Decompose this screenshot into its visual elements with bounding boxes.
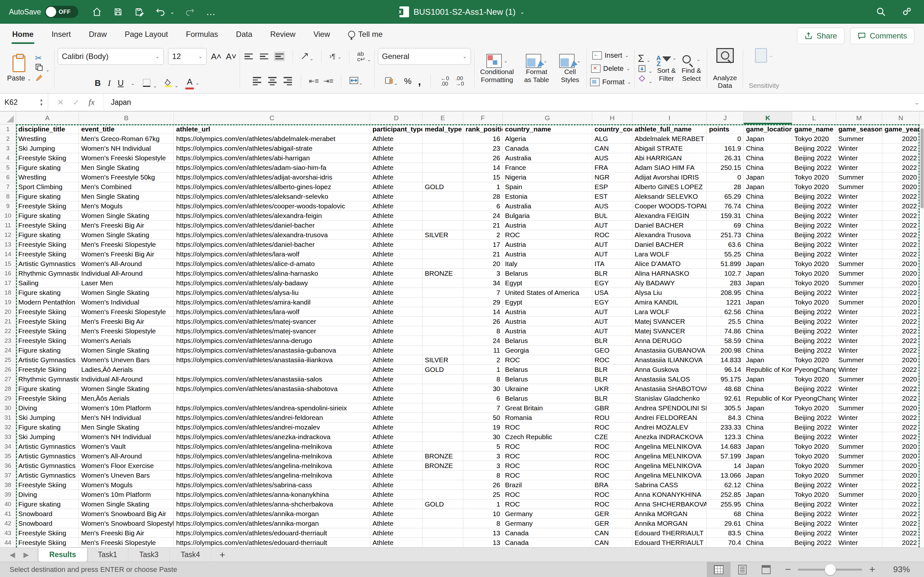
more-commands-icon[interactable]: … — [205, 6, 217, 18]
row-header-6[interactable]: 6 — [0, 172, 16, 182]
cell-L8[interactable]: Beijing 2022 — [792, 192, 836, 201]
cell-M31[interactable]: Winter — [836, 413, 882, 422]
cell-N19[interactable]: 2020 — [882, 298, 919, 307]
column-header-J[interactable]: J — [707, 111, 744, 124]
cell-L9[interactable]: Beijing 2022 — [792, 201, 836, 211]
cell-M16[interactable]: Summer — [836, 269, 882, 278]
row-header-19[interactable]: 19 — [0, 298, 16, 307]
cell-E43[interactable] — [423, 528, 463, 538]
cell-C31[interactable]: https://olympics.com/en/athletes/andrei-… — [174, 413, 370, 422]
cell-K23[interactable]: China — [744, 336, 792, 346]
cell-G35[interactable]: ROC — [503, 451, 592, 461]
row-header-4[interactable]: 4 — [0, 153, 16, 163]
undo-icon[interactable] — [155, 6, 166, 18]
cell-F37[interactable]: 8 — [463, 471, 503, 480]
cell-E34[interactable] — [423, 442, 463, 451]
cell-J31[interactable]: 84.3 — [707, 413, 744, 422]
cell-E41[interactable] — [423, 509, 463, 519]
cell-N33[interactable]: 2022 — [882, 432, 919, 442]
cell-I24[interactable]: Anastasiia GUBANOVA — [632, 346, 707, 355]
cell-N22[interactable]: 2022 — [882, 326, 919, 336]
cell-J34[interactable]: 14.683 — [707, 442, 744, 451]
cell-N28[interactable]: 2022 — [882, 384, 919, 394]
cell-H41[interactable]: GER — [592, 509, 632, 519]
cell-K4[interactable]: China — [744, 153, 792, 163]
cell-C1[interactable]: athlete_url — [174, 124, 370, 134]
cell-D2[interactable]: Athlete — [370, 134, 423, 143]
cell-N4[interactable]: 2022 — [882, 153, 919, 163]
cell-N26[interactable]: 2022 — [882, 365, 919, 374]
cell-J26[interactable]: 96.14 — [707, 365, 744, 374]
tab-insert[interactable]: Insert — [51, 27, 71, 42]
cell-I40[interactable]: Anna SHCHERBAKOVA — [632, 500, 707, 509]
cell-N14[interactable]: 2022 — [882, 250, 919, 259]
cell-D29[interactable]: Athlete — [370, 394, 423, 403]
percent-style-button[interactable]: % — [404, 76, 412, 86]
cell-H39[interactable]: ROC — [592, 490, 632, 500]
cell-I20[interactable]: Lara WOLF — [632, 307, 707, 317]
cell-N18[interactable]: 2022 — [882, 288, 919, 298]
cell-A40[interactable]: Figure skating — [16, 500, 79, 509]
cell-C33[interactable]: https://olympics.com/en/athletes/anezka-… — [174, 432, 370, 442]
cell-K31[interactable]: China — [744, 413, 792, 422]
cell-C15[interactable]: https://olympics.com/en/athletes/alice-d… — [174, 259, 370, 269]
cell-M18[interactable]: Winter — [836, 288, 882, 298]
cell-I8[interactable]: Aleksandr SELEVKO — [632, 192, 707, 201]
cell-K38[interactable]: China — [744, 480, 792, 490]
cell-B21[interactable]: Men's Freeski Big Air — [79, 317, 174, 326]
cell-I36[interactable]: Angelina MELNIKOVA — [632, 461, 707, 471]
cell-C7[interactable]: https://olympics.com/en/athletes/alberto… — [174, 182, 370, 192]
cell-E4[interactable] — [423, 153, 463, 163]
cell-K33[interactable]: China — [744, 432, 792, 442]
cell-K24[interactable]: China — [744, 346, 792, 355]
cell-E36[interactable]: BRONZE — [423, 461, 463, 471]
cell-C27[interactable]: https://olympics.com/en/athletes/anastas… — [174, 374, 370, 384]
select-all-button[interactable] — [0, 111, 16, 124]
cell-J9[interactable]: 76.74 — [707, 201, 744, 211]
cell-C11[interactable]: https://olympics.com/en/athletes/daniel-… — [174, 221, 370, 230]
font-name-select[interactable]: Calibri (Body)⌄ — [58, 48, 164, 65]
cell-F25[interactable]: 2 — [463, 355, 503, 365]
cell-G37[interactable]: ROC — [503, 471, 592, 480]
cell-D39[interactable]: Athlete — [370, 490, 423, 500]
cell-K8[interactable]: China — [744, 192, 792, 201]
cell-K17[interactable]: Japan — [744, 278, 792, 288]
vertical-scrollbar-thumb[interactable] — [921, 128, 924, 208]
autosum-button[interactable]: Σ ⌄ — [638, 53, 652, 64]
bold-button[interactable]: B — [95, 78, 101, 88]
cell-K9[interactable]: China — [744, 201, 792, 211]
cell-K13[interactable]: China — [744, 240, 792, 250]
cell-D35[interactable]: Athlete — [370, 451, 423, 461]
cell-J1[interactable]: points — [707, 124, 744, 134]
cell-M24[interactable]: Winter — [836, 346, 882, 355]
cell-G1[interactable]: country_name — [503, 124, 592, 134]
cell-N27[interactable]: 2020 — [882, 374, 919, 384]
cell-K7[interactable]: Japan — [744, 182, 792, 192]
row-header-21[interactable]: 21 — [0, 317, 16, 326]
cell-A10[interactable]: Figure skating — [16, 211, 79, 221]
cell-L18[interactable]: Beijing 2022 — [792, 288, 836, 298]
cell-I22[interactable]: Matej SVANCER — [632, 326, 707, 336]
cell-B14[interactable]: Women's Freeski Big Air — [79, 250, 174, 259]
cell-I43[interactable]: Edouard THERRIAULT — [632, 528, 707, 538]
cell-D27[interactable]: Athlete — [370, 374, 423, 384]
cell-A43[interactable]: Freestyle Skiing — [16, 528, 79, 538]
cell-D16[interactable]: Athlete — [370, 269, 423, 278]
cell-I27[interactable]: Anastasiia SALOS — [632, 374, 707, 384]
cell-G12[interactable]: ROC — [503, 230, 592, 240]
decrease-indent-icon[interactable]: ⇤≡ — [309, 77, 319, 85]
cell-K30[interactable]: Japan — [744, 403, 792, 413]
cell-D28[interactable]: Athlete — [370, 384, 423, 394]
column-header-L[interactable]: L — [792, 111, 836, 124]
cell-B3[interactable]: Women's NH Individual — [79, 143, 174, 153]
cell-F36[interactable]: 3 — [463, 461, 503, 471]
cell-K11[interactable]: China — [744, 221, 792, 230]
cell-H24[interactable]: GEO — [592, 346, 632, 355]
cell-I14[interactable]: Lara WOLF — [632, 250, 707, 259]
cell-M22[interactable]: Winter — [836, 326, 882, 336]
cell-A35[interactable]: Artistic Gymnastics — [16, 451, 79, 461]
cell-L42[interactable]: Beijing 2022 — [792, 519, 836, 528]
cell-C20[interactable]: https://olympics.com/en/athletes/lara-wo… — [174, 307, 370, 317]
cell-H36[interactable]: ROC — [592, 461, 632, 471]
row-header-12[interactable]: 12 — [0, 230, 16, 240]
